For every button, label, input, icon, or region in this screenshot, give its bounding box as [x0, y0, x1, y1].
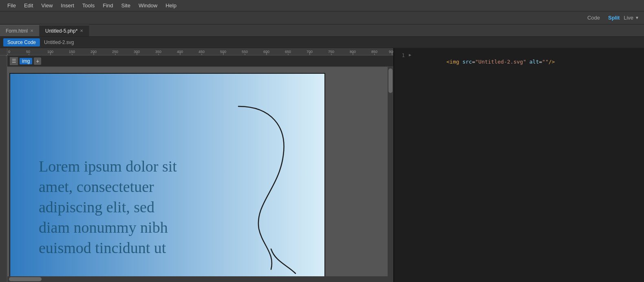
svg-text:850: 850: [371, 50, 377, 54]
tab-untitled5[interactable]: Untitled-5.php* ✕: [40, 25, 89, 36]
code-src-value: "Untitled-2.svg": [475, 59, 526, 65]
menu-window[interactable]: Window: [135, 1, 161, 10]
svg-text:300: 300: [134, 50, 140, 54]
menu-view[interactable]: View: [37, 1, 57, 10]
ruler-horizontal: 0 50 100 150 200 250 300 350 400: [7, 48, 393, 55]
menu-help[interactable]: Help: [161, 1, 181, 10]
element-add-button[interactable]: +: [34, 57, 41, 65]
code-attr-alt: alt: [526, 59, 539, 65]
canvas-inner: Lorem ipsum dolor sit amet, consectetuer…: [7, 67, 388, 276]
ruler-vertical: [0, 55, 7, 282]
code-content: 1 ▶ <img src="Untitled-2.svg" alt=""/>: [394, 48, 644, 282]
tab-untitled5-close[interactable]: ✕: [80, 29, 83, 33]
vertical-scrollbar[interactable]: [388, 67, 393, 276]
source-code-button[interactable]: Source Code: [3, 38, 40, 46]
tabbar: Form.html ✕ Untitled-5.php* ✕: [0, 24, 644, 37]
breadcrumb-path: Untitled-2.svg: [44, 40, 74, 45]
svg-text:diam nonummy nibh: diam nonummy nibh: [39, 219, 168, 236]
code-equals-1: =: [472, 59, 475, 65]
svg-text:900: 900: [389, 50, 393, 54]
scroll-thumb: [388, 68, 393, 93]
view-live-button[interactable]: Live ▼: [624, 15, 639, 21]
svg-text:550: 550: [242, 50, 248, 54]
menu-find[interactable]: Find: [99, 1, 117, 10]
code-tag-close: />: [549, 59, 555, 65]
line-arrow: ▶: [409, 53, 415, 57]
svg-text:700: 700: [307, 50, 313, 54]
tab-untitled5-label: Untitled-5.php*: [45, 28, 77, 34]
svg-text:amet, consectetuer: amet, consectetuer: [39, 178, 154, 195]
menu-tools[interactable]: Tools: [78, 1, 99, 10]
element-toolbar: ☰ img +: [7, 55, 393, 67]
svg-text:750: 750: [328, 50, 334, 54]
svg-text:euismod tincidunt ut: euismod tincidunt ut: [39, 239, 166, 256]
code-attr-src: src: [462, 59, 472, 65]
code-panel: 1 ▶ <img src="Untitled-2.svg" alt=""/>: [393, 48, 644, 282]
canvas-scroll[interactable]: Lorem ipsum dolor sit amet, consectetuer…: [7, 67, 388, 276]
svg-text:400: 400: [177, 50, 183, 54]
menu-icon: ☰: [12, 58, 16, 64]
svg-text:800: 800: [350, 50, 356, 54]
line-number: 1: [394, 53, 409, 58]
h-scroll-thumb: [9, 277, 42, 281]
tab-form[interactable]: Form.html ✕: [0, 25, 40, 36]
svg-text:50: 50: [26, 50, 30, 54]
svg-text:350: 350: [155, 50, 161, 54]
svg-text:250: 250: [112, 50, 118, 54]
horizontal-scrollbar[interactable]: [7, 276, 393, 282]
menu-file[interactable]: File: [3, 1, 20, 10]
breadcrumb-bar: Source Code Untitled-2.svg: [0, 37, 644, 48]
svg-text:Lorem ipsum dolor sit: Lorem ipsum dolor sit: [39, 158, 177, 175]
tab-form-label: Form.html: [6, 28, 28, 34]
design-panel: 0 50 100 150 200 250 300 350 400: [0, 48, 393, 282]
code-equals-2: =: [539, 59, 542, 65]
code-alt-value: "": [542, 59, 549, 65]
menu-site[interactable]: Site: [117, 1, 134, 10]
viewbar: Code Split Live ▼: [0, 11, 644, 24]
menu-insert[interactable]: Insert: [57, 1, 78, 10]
add-icon: +: [36, 58, 39, 64]
svg-text:0: 0: [8, 50, 10, 54]
svg-preview: Lorem ipsum dolor sit amet, consectetuer…: [9, 73, 325, 276]
svg-text:600: 600: [263, 50, 269, 54]
live-dropdown-arrow: ▼: [635, 15, 639, 20]
menubar: File Edit View Insert Tools Find Site Wi…: [0, 0, 644, 11]
svg-text:adipiscing elit, sed: adipiscing elit, sed: [39, 198, 154, 216]
canvas-area: Lorem ipsum dolor sit amet, consectetuer…: [7, 67, 393, 276]
svg-text:450: 450: [198, 50, 205, 54]
svg-text:100: 100: [47, 50, 53, 54]
code-line-1: 1 ▶ <img src="Untitled-2.svg" alt=""/>: [394, 52, 644, 71]
ruler-corner: [0, 48, 7, 55]
tab-form-close[interactable]: ✕: [30, 29, 33, 33]
main-layout: 0 50 100 150 200 250 300 350 400: [0, 48, 644, 282]
menu-edit[interactable]: Edit: [20, 1, 37, 10]
element-tag-label: img: [20, 58, 32, 64]
svg-text:500: 500: [220, 50, 226, 54]
view-split-button[interactable]: Split: [604, 13, 624, 22]
view-code-button[interactable]: Code: [583, 13, 604, 22]
code-tag-open: <img: [446, 59, 462, 65]
svg-canvas: Lorem ipsum dolor sit amet, consectetuer…: [10, 74, 325, 276]
code-text: <img src="Untitled-2.svg" alt=""/>: [415, 53, 644, 71]
svg-text:650: 650: [285, 50, 291, 54]
svg-text:200: 200: [90, 50, 97, 54]
element-menu-button[interactable]: ☰: [10, 57, 18, 65]
svg-text:150: 150: [69, 50, 75, 54]
